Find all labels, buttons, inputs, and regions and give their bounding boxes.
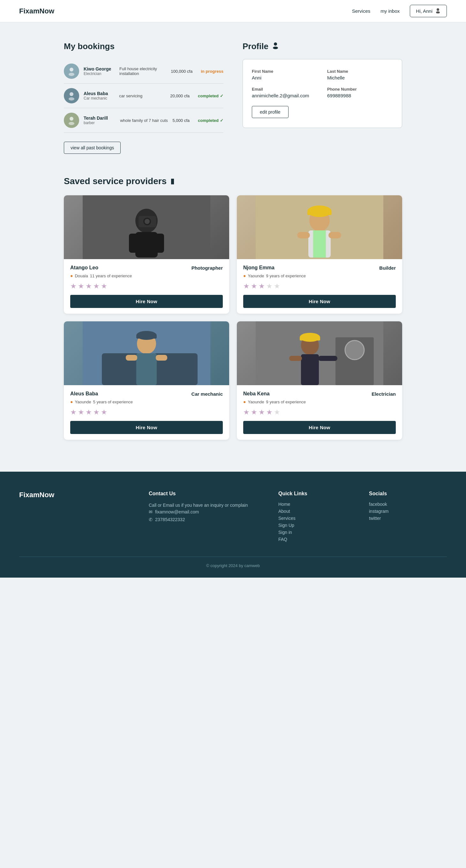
svg-point-17 [145, 219, 150, 224]
star: ★ [251, 408, 257, 416]
phone-icon: ✆ [149, 517, 153, 522]
location-icon-4: ● [243, 399, 246, 404]
provider-card-builder: Njong Emma Builder ● Yaounde 9 years of … [237, 195, 402, 314]
check-icon: ✓ [220, 93, 223, 98]
hire-now-button-1[interactable]: Hire Now [70, 295, 223, 308]
footer-link-signup[interactable]: Sign Up [278, 523, 356, 528]
provider-exp-1: 11 years of experience [90, 274, 132, 278]
main-content: My bookings Kiwo George Electrician Full… [58, 22, 408, 472]
svg-point-7 [69, 122, 74, 125]
stars-3: ★ ★ ★ ★ ★ [70, 408, 223, 416]
svg-rect-33 [156, 355, 167, 361]
footer-link-services[interactable]: Services [278, 516, 356, 521]
svg-point-4 [70, 92, 73, 96]
footer-quicklinks-col: Quick Links Home About Services Sign Up … [278, 491, 356, 544]
provider-name-4: Neba Kena [243, 391, 270, 397]
nav-inbox[interactable]: my inbox [380, 8, 400, 14]
booking-role-1: Electrician [84, 71, 115, 76]
star-empty: ★ [274, 282, 280, 290]
svg-rect-40 [301, 354, 319, 385]
provider-name-row-4: Neba Kena Electrician [243, 391, 396, 397]
provider-exp-2: 9 years of experience [266, 274, 306, 278]
svg-point-1 [436, 11, 440, 14]
provider-body-2: Njong Emma Builder ● Yaounde 9 years of … [237, 259, 402, 314]
footer-link-twitter[interactable]: twitter [369, 516, 447, 521]
provider-name-2: Njong Emma [243, 265, 275, 271]
check-icon: ✓ [220, 118, 223, 123]
hire-now-button-4[interactable]: Hire Now [243, 421, 396, 434]
svg-rect-21 [307, 211, 332, 215]
footer-link-facebook[interactable]: facebook [369, 502, 447, 507]
provider-image-photographer [64, 195, 229, 259]
footer-top: FixamNow Contact Us Call or Email us if … [19, 491, 447, 544]
provider-meta-2: ● Yaounde 9 years of experience [243, 273, 396, 278]
hire-now-button-3[interactable]: Hire Now [70, 421, 223, 434]
booking-price-3: 5,000 cfa [173, 118, 190, 123]
star: ★ [243, 408, 250, 416]
phone-field: Phone Number 699889988 [327, 87, 393, 98]
user-menu-button[interactable]: Hi, Anni [410, 5, 447, 17]
booking-price-2: 20,000 cfa [170, 93, 190, 98]
star: ★ [101, 282, 107, 290]
footer-link-instagram[interactable]: instagram [369, 509, 447, 514]
booking-status-1: in progress [201, 69, 223, 74]
provider-image-mechanic [64, 321, 229, 385]
navbar: FixamNow Services my inbox Hi, Anni [0, 0, 466, 22]
bookmark-icon: ▮ [170, 177, 174, 185]
svg-point-36 [345, 341, 364, 360]
footer-link-home[interactable]: Home [278, 502, 356, 507]
providers-grid: Atango Leo Photographer ● Douala 11 year… [64, 195, 402, 440]
svg-rect-25 [329, 232, 341, 238]
booking-item: Kiwo George Electrician Full house elect… [64, 59, 223, 84]
view-all-bookings-button[interactable]: view all past bookings [64, 142, 121, 154]
footer-copyright: © copyright 2024 by camweb [19, 563, 447, 568]
provider-image-builder [237, 195, 402, 259]
bookings-panel: My bookings Kiwo George Electrician Full… [64, 41, 223, 154]
footer-contact-col: Contact Us Call or Email us if you have … [149, 491, 266, 544]
booking-info-3: Terah Darill barber [84, 116, 116, 125]
booking-price-1: 100,000 cfa [171, 69, 192, 74]
provider-body-1: Atango Leo Photographer ● Douala 11 year… [64, 259, 229, 314]
avatar-terah [64, 113, 79, 128]
provider-card-photographer: Atango Leo Photographer ● Douala 11 year… [64, 195, 229, 314]
navbar-logo: FixamNow [19, 7, 54, 15]
provider-body-3: Aleus Baba Car mechanic ● Yaounde 5 year… [64, 385, 229, 440]
first-name-field: First Name Anni [252, 69, 318, 81]
email-icon: ✉ [149, 509, 153, 515]
provider-card-electrician: Neba Kena Electrician ● Yaounde 9 years … [237, 321, 402, 440]
footer-link-faq[interactable]: FAQ [278, 537, 356, 542]
booking-desc-3: whole family of 7 hair cuts [120, 118, 168, 123]
footer-link-signin[interactable]: Sign in [278, 530, 356, 535]
svg-rect-41 [289, 356, 302, 361]
provider-name-1: Atango Leo [70, 265, 98, 271]
provider-location-4: Yaounde [248, 400, 264, 404]
provider-meta-3: ● Yaounde 5 years of experience [70, 399, 223, 404]
footer-contact-text: Call or Email us if you have an inquiry … [149, 502, 266, 509]
star: ★ [258, 408, 265, 416]
provider-name-row-1: Atango Leo Photographer [70, 265, 223, 271]
provider-name-row-3: Aleus Baba Car mechanic [70, 391, 223, 397]
footer-link-about[interactable]: About [278, 509, 356, 514]
booking-name-3: Terah Darill [84, 116, 116, 121]
svg-point-3 [69, 73, 74, 76]
hire-now-button-2[interactable]: Hire Now [243, 295, 396, 308]
provider-role-4: Electrician [372, 391, 396, 397]
booking-info-2: Aleus Baba Car mechanic [84, 91, 115, 100]
footer-brand: FixamNow [19, 491, 136, 544]
star: ★ [101, 408, 107, 416]
star: ★ [93, 282, 100, 290]
edit-profile-button[interactable]: edit profile [252, 106, 288, 118]
star-empty: ★ [274, 408, 280, 416]
bookings-title: My bookings [64, 41, 223, 51]
provider-meta-4: ● Yaounde 9 years of experience [243, 399, 396, 404]
nav-services[interactable]: Services [352, 8, 371, 14]
navbar-right: Services my inbox Hi, Anni [352, 5, 447, 17]
footer-phone: ✆ 237854322332 [149, 517, 266, 522]
user-button-label: Hi, Anni [416, 8, 433, 14]
star: ★ [86, 282, 92, 290]
svg-rect-13 [129, 234, 138, 253]
booking-status-3: completed ✓ [198, 118, 223, 123]
svg-rect-39 [300, 337, 320, 341]
footer-contact-title: Contact Us [149, 491, 266, 497]
footer-email: ✉ fixamnow@email.com [149, 509, 266, 515]
